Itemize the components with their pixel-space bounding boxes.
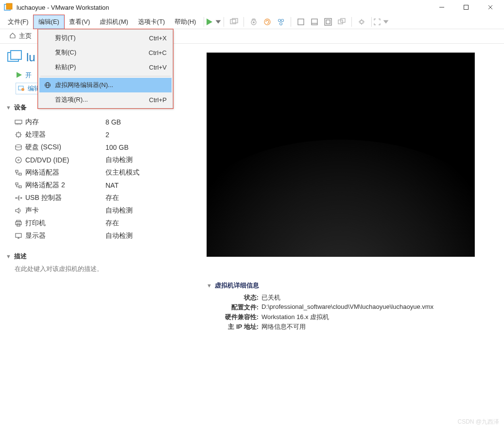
unity-mode-icon[interactable] (335, 15, 348, 29)
device-row[interactable]: 网络适配器仅主机模式 (15, 166, 184, 179)
device-row[interactable]: CD/DVD (IDE)自动检测 (15, 154, 184, 166)
device-row[interactable]: 打印机存在 (15, 217, 184, 230)
disk-icon (15, 144, 25, 151)
menu-help[interactable]: 帮助(H) (170, 15, 201, 29)
svg-rect-9 (232, 18, 238, 23)
menu-preferences[interactable]: 首选项(R)... Ctrl+P (39, 92, 172, 107)
tab-home-label: 主页 (19, 32, 32, 40)
menu-file[interactable]: 文件(F) (3, 15, 34, 29)
menu-virtual-network-editor[interactable]: 虚拟网络编辑器(N)... (39, 78, 172, 92)
svg-point-32 (21, 88, 24, 91)
device-value: 100 GB (105, 143, 128, 151)
device-label: 网络适配器 2 (25, 181, 105, 190)
svg-point-45 (18, 160, 19, 161)
svg-rect-17 (312, 19, 317, 25)
svg-point-13 (278, 19, 281, 21)
separator (224, 17, 224, 27)
exit-fullscreen-icon[interactable] (375, 15, 388, 29)
edit-dropdown-menu: 剪切(T) Ctrl+X 复制(C) Ctrl+C 粘贴(P) Ctrl+V 虚… (38, 29, 173, 108)
menu-paste[interactable]: 粘贴(P) Ctrl+V (39, 60, 172, 74)
snapshot-manager-icon[interactable] (274, 15, 288, 29)
separator (351, 17, 352, 27)
device-list: 内存8 GB处理器2硬盘 (SCSI)100 GBCD/DVD (IDE)自动检… (15, 116, 184, 242)
device-label: 显示器 (25, 232, 105, 240)
view-split-icon[interactable] (308, 15, 321, 29)
device-row[interactable]: 声卡自动检测 (15, 204, 184, 217)
vm-details-section: ▼ 虚拟机详细信息 状态: 已关机 配置文件: D:\professional_… (207, 281, 494, 332)
device-value: 自动检测 (105, 206, 133, 215)
device-value: 存在 (105, 194, 119, 202)
svg-point-43 (16, 145, 21, 147)
svg-rect-49 (19, 186, 21, 188)
vmware-app-icon (4, 3, 13, 12)
svg-rect-38 (17, 133, 20, 137)
device-row[interactable]: 显示器自动检测 (15, 230, 184, 242)
detail-state: 状态: 已关机 (212, 293, 494, 303)
device-value: 自动检测 (105, 156, 133, 164)
svg-rect-3 (464, 5, 469, 10)
play-icon (16, 72, 22, 80)
device-value: 自动检测 (105, 232, 133, 240)
vm-name: lu (26, 51, 35, 64)
description-label: 描述 (14, 252, 27, 261)
svg-rect-48 (16, 183, 18, 185)
close-button[interactable] (484, 2, 497, 12)
svg-rect-47 (19, 173, 21, 175)
device-label: 硬盘 (SCSI) (25, 143, 105, 152)
device-label: CD/DVD (IDE) (25, 156, 105, 164)
separator (291, 17, 291, 27)
description-header[interactable]: ▼ 描述 (6, 252, 184, 261)
vm-screen-preview[interactable] (207, 53, 475, 257)
device-label: 网络适配器 (25, 168, 105, 177)
window-title: luchaoyue - VMware Workstation (17, 4, 435, 11)
snapshot-revert-icon[interactable] (261, 15, 274, 29)
svg-marker-6 (207, 18, 212, 25)
svg-point-15 (280, 22, 282, 25)
device-label: 处理器 (25, 130, 105, 139)
separator (371, 17, 372, 27)
device-row[interactable]: 处理器2 (15, 128, 184, 141)
screenshot-icon[interactable] (227, 15, 241, 29)
power-on-label: 开 (25, 71, 32, 80)
minimize-button[interactable] (435, 2, 449, 12)
snapshot-take-icon[interactable] (247, 15, 261, 29)
separator (243, 17, 244, 27)
watermark: CSDN @九西泽 (457, 418, 499, 426)
menu-vm[interactable]: 虚拟机(M) (95, 15, 133, 29)
device-label: 打印机 (25, 219, 105, 228)
menu-tabs[interactable]: 选项卡(T) (133, 15, 170, 29)
device-row[interactable]: 硬盘 (SCSI)100 GB (15, 141, 184, 154)
svg-point-12 (264, 19, 270, 25)
device-label: 内存 (25, 118, 105, 126)
stretch-icon[interactable] (355, 15, 368, 29)
menu-cut[interactable]: 剪切(T) Ctrl+X (39, 31, 172, 45)
vm-details-label: 虚拟机详细信息 (215, 281, 259, 290)
vm-details-header[interactable]: ▼ 虚拟机详细信息 (207, 281, 494, 290)
tab-home[interactable]: 主页 (3, 29, 38, 43)
device-value: 8 GB (105, 118, 121, 126)
menu-copy[interactable]: 复制(C) Ctrl+C (39, 45, 172, 60)
svg-marker-24 (383, 20, 389, 23)
power-on-button[interactable] (207, 15, 221, 29)
description-placeholder[interactable]: 在此处键入对该虚拟机的描述。 (15, 265, 184, 273)
device-row[interactable]: 内存8 GB (15, 116, 184, 128)
net-icon (15, 182, 25, 189)
device-row[interactable]: USB 控制器存在 (15, 192, 184, 204)
device-label: USB 控制器 (25, 194, 105, 202)
menu-view[interactable]: 查看(V) (64, 15, 95, 29)
maximize-button[interactable] (459, 2, 473, 12)
cd-icon (15, 156, 25, 164)
device-row[interactable]: 网络适配器 2NAT (15, 179, 184, 192)
title-bar: luchaoyue - VMware Workstation (0, 0, 504, 15)
view-single-icon[interactable] (294, 15, 308, 29)
svg-rect-1 (6, 3, 12, 9)
svg-rect-19 (325, 18, 331, 25)
device-value: NAT (105, 181, 119, 189)
printer-icon (15, 220, 25, 227)
view-fullscreen-icon[interactable] (321, 15, 335, 29)
collapse-icon: ▼ (6, 105, 11, 110)
menu-edit[interactable]: 编辑(E) (34, 15, 64, 29)
devices-label: 设备 (14, 103, 27, 112)
cpu-icon (15, 131, 25, 139)
separator (40, 76, 171, 76)
